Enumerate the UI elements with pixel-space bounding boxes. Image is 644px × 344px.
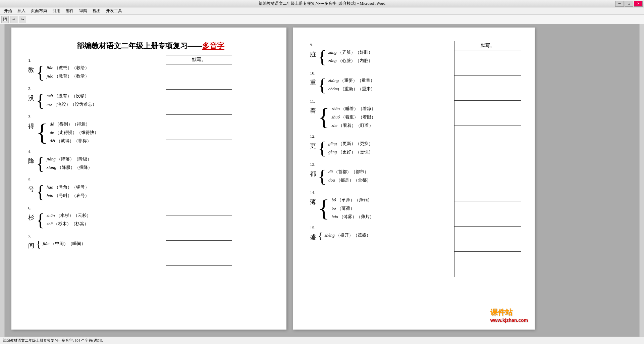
entry-6: 6. 杉 { shān （水杉）（云杉） shā （杉木）（杉篙）: [28, 205, 179, 229]
examples-10-1: （重要）（重量）: [340, 78, 375, 83]
char-sheng: 盛: [310, 233, 316, 241]
entry-2: 2. 没 { méi （没有）（没够） mò （淹没）（没齿难忘）: [28, 86, 179, 109]
pinyin-5-1: hào: [47, 185, 53, 190]
entry-14-num: 14.: [310, 190, 468, 195]
examples-6-2: （杉木）（杉篙）: [54, 221, 89, 226]
readings-1: jiāo （教书）（教给） jiào （教育）（教堂）: [47, 64, 89, 80]
menu-mail[interactable]: 邮件: [63, 7, 76, 14]
menu-start[interactable]: 开始: [1, 7, 15, 14]
char-jian: 间: [28, 242, 34, 250]
char-jiang: 降: [28, 157, 34, 165]
menu-insert[interactable]: 插入: [15, 7, 28, 14]
entry-11-char: 着 { zháo （睡着）（着凉） zhuó （着重）（着眼）: [310, 105, 468, 129]
brace-12: {: [318, 140, 326, 157]
entry-7-num: 7.: [28, 234, 179, 239]
examples-3-3: （就得）（非得）: [56, 138, 91, 143]
reading-9-1: zāng （弄脏）（好脏）: [328, 49, 373, 56]
pinyin-4-1: jiàng: [47, 156, 56, 161]
menu-bar: 开始 插入 页面布局 引用 邮件 审阅 视图 开发工具: [0, 7, 644, 15]
pinyin-11-2: zhuó: [332, 114, 340, 119]
entry-12-char: 更 { gēng （更新）（更换） gèng （更好）（更快）: [310, 140, 468, 157]
maximize-button[interactable]: □: [625, 1, 633, 7]
toolbar: 💾 ↩ ↪: [0, 15, 644, 24]
examples-9-1: （弄脏）（好脏）: [338, 50, 373, 55]
reading-5-2: háo （号叫）（哀号）: [47, 192, 89, 199]
examples-13-1: （首都）（都市）: [334, 169, 369, 174]
pinyin-3-2: de: [50, 130, 54, 135]
examples-14-2: （薄荷）: [337, 206, 355, 211]
brace-13: {: [318, 168, 326, 185]
readings-15: shèng （盛开）（茂盛）: [324, 231, 371, 239]
examples-1-1: （教书）（教给）: [54, 65, 89, 70]
reading-7-1: jiān （中间）（瞬间）: [43, 240, 85, 247]
pinyin-14-1: bó: [332, 197, 336, 202]
pinyin-15-1: shèng: [324, 233, 334, 238]
watermark-text: 课件站: [490, 308, 513, 316]
examples-15-1: （盛开）（茂盛）: [336, 233, 371, 238]
entry-2-num: 2.: [28, 86, 179, 91]
char-zang: 脏: [310, 50, 316, 58]
entry-15-char: 盛 { shèng （盛开）（茂盛）: [310, 231, 468, 241]
brace-7: {: [36, 240, 41, 249]
readings-2: méi （没有）（没够） mò （淹没）（没齿难忘）: [47, 92, 97, 108]
entry-1-char: 教 { jiāo （教书）（教给） jiào （教育）（教堂）: [28, 64, 179, 81]
menu-view[interactable]: 视图: [90, 7, 103, 14]
left-entries: 1. 教 { jiāo （教书）（教给） jiào （教育）（教堂）: [28, 56, 179, 250]
status-bar: 部编教材语文二年级上册专项复习---多音字: 364 个字符(迸组)。: [0, 337, 644, 344]
examples-3-2: （走得慢）（饿得快）: [55, 130, 99, 135]
menu-dev[interactable]: 开发工具: [103, 7, 125, 14]
menu-layout[interactable]: 页面布局: [28, 7, 50, 14]
pinyin-14-3: báo: [332, 214, 338, 219]
reading-4-1: jiàng （降落）（降级）: [47, 156, 92, 163]
reading-3-2: de （走得慢）（饿得快）: [50, 129, 99, 136]
scrollbar-right[interactable]: [639, 24, 644, 337]
reading-14-3: báo （薄雾）（薄片）: [332, 213, 374, 220]
pinyin-5-2: háo: [47, 193, 53, 198]
readings-12: gēng （更新）（更换） gèng （更好）（更快）: [328, 140, 373, 156]
reading-1-1: jiāo （教书）（教给）: [47, 64, 89, 71]
char-zhuo: 着: [310, 107, 316, 115]
entry-1-num: 1.: [28, 58, 179, 63]
toolbar-undo[interactable]: ↩: [10, 16, 17, 23]
examples-4-1: （降落）（降级）: [57, 156, 92, 161]
pinyin-2-2: mò: [47, 102, 52, 107]
examples-10-2: （重新）（重来）: [340, 86, 375, 91]
char-zhong: 重: [310, 79, 316, 87]
reading-14-2: bò （薄荷）: [332, 205, 374, 212]
close-button[interactable]: ✕: [634, 1, 643, 7]
toolbar-save[interactable]: 💾: [1, 16, 9, 23]
entry-10-num: 10.: [310, 70, 468, 76]
brace-14: {: [318, 196, 330, 220]
entry-3-char: 得 { dé （得到）（得意） de （走得慢）（饿得快）: [28, 120, 179, 144]
entry-6-char: 杉 { shān （水杉）（云杉） shā （杉木）（杉篙）: [28, 211, 179, 229]
examples-11-3: （看着）（盯着）: [338, 123, 373, 128]
pinyin-11-1: zháo: [332, 106, 340, 111]
pinyin-3-3: děi: [50, 138, 55, 143]
pinyin-14-2: bò: [332, 206, 336, 211]
moxi-cell-9[interactable]: [166, 266, 232, 291]
entry-11: 11. 着 { zháo （睡着）（着凉） zhuó （着重）（着眼）: [310, 99, 468, 129]
toolbar-redo[interactable]: ↪: [19, 16, 26, 23]
reading-12-1: gēng （更新）（更换）: [328, 140, 373, 147]
reading-11-3: zhe （看着）（盯着）: [332, 122, 376, 129]
right-moxi-cell-9[interactable]: [454, 252, 521, 277]
reading-15-1: shèng （盛开）（茂盛）: [324, 232, 371, 239]
pinyin-1-2: jiào: [47, 73, 53, 79]
menu-review[interactable]: 审阅: [76, 7, 90, 14]
reading-10-2: chóng （重新）（重来）: [328, 86, 375, 93]
examples-11-2: （着重）（着眼）: [341, 114, 376, 119]
char-jiao: 教: [28, 66, 34, 74]
brace-4: {: [36, 155, 45, 173]
brace-3: {: [36, 120, 48, 144]
pinyin-10-1: zhòng: [328, 78, 339, 83]
menu-reference[interactable]: 引用: [50, 7, 63, 14]
pinyin-10-2: chóng: [328, 86, 339, 91]
right-entries: 9. 脏 { zāng （弄脏）（好脏） zàng （心脏）（内脏）: [310, 41, 468, 241]
page-container: 部编教材语文二年级上册专项复习——多音字 默写。 1.: [5, 24, 639, 337]
reading-2-2: mò （淹没）（没齿难忘）: [47, 101, 97, 108]
minimize-button[interactable]: ─: [615, 1, 624, 7]
brace-10: {: [318, 77, 326, 94]
entry-10-char: 重 { zhòng （重要）（重量） chóng （重新）（重来）: [310, 77, 468, 94]
pinyin-13-1: dū: [328, 169, 333, 174]
examples-3-1: （得到）（得意）: [55, 121, 90, 127]
